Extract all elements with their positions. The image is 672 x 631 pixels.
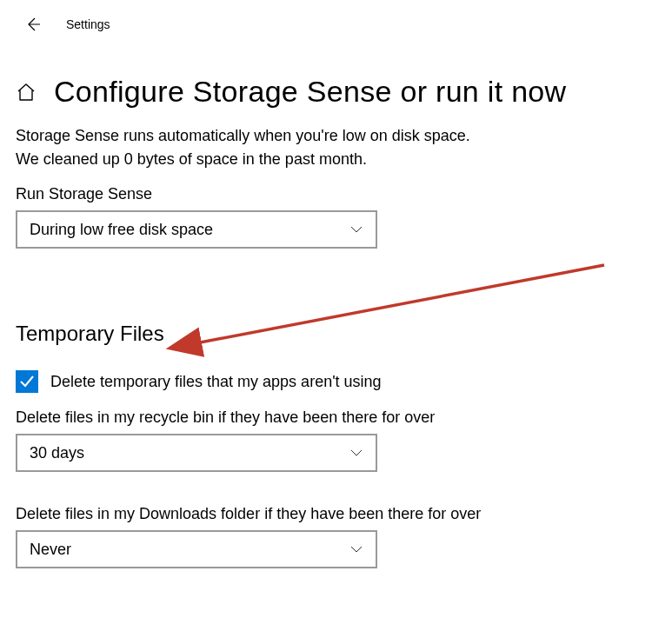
downloads-label: Delete files in my Downloads folder if t…: [16, 505, 655, 523]
delete-temp-files-checkbox[interactable]: [16, 370, 38, 393]
description-line-1: Storage Sense runs automatically when yo…: [16, 124, 655, 148]
downloads-dropdown[interactable]: Never: [16, 530, 377, 568]
run-storage-sense-value: During low free disk space: [30, 221, 213, 239]
description-line-2: We cleaned up 0 bytes of space in the pa…: [16, 148, 655, 171]
checkmark-icon: [18, 373, 36, 390]
recycle-bin-dropdown[interactable]: 30 days: [16, 434, 377, 472]
page-title: Configure Storage Sense or run it now: [54, 75, 566, 109]
temporary-files-heading: Temporary Files: [16, 322, 655, 346]
home-icon[interactable]: [16, 82, 37, 103]
chevron-down-icon: [349, 446, 363, 460]
chevron-down-icon: [349, 223, 363, 236]
recycle-bin-label: Delete files in my recycle bin if they h…: [16, 408, 655, 427]
app-title: Settings: [66, 17, 110, 31]
run-storage-sense-label: Run Storage Sense: [16, 185, 655, 203]
recycle-bin-value: 30 days: [30, 444, 84, 462]
downloads-value: Never: [30, 541, 71, 559]
run-storage-sense-dropdown[interactable]: During low free disk space: [16, 210, 377, 249]
chevron-down-icon: [349, 542, 363, 556]
delete-temp-files-label: Delete temporary files that my apps aren…: [50, 373, 382, 391]
back-arrow-icon[interactable]: [24, 16, 42, 33]
